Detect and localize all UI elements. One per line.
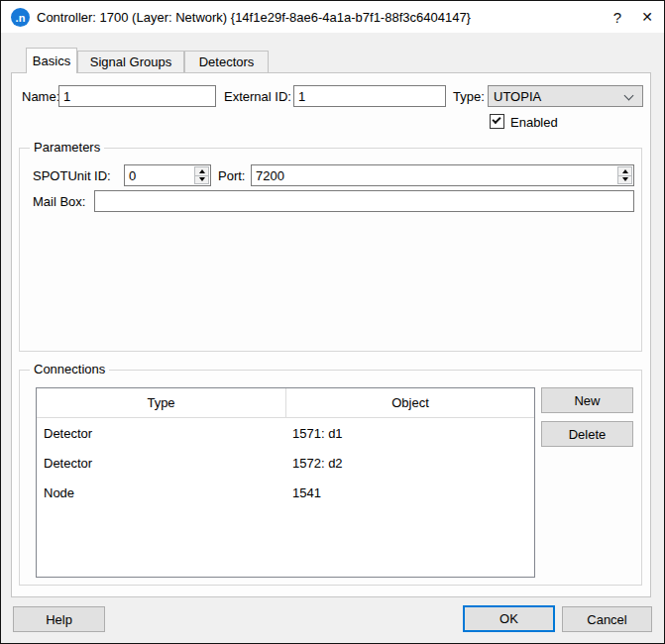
spinner-up-button[interactable]: [618, 167, 631, 175]
column-header-object[interactable]: Object: [286, 388, 534, 417]
table-row[interactable]: Detector 1572: d2: [37, 448, 534, 478]
spinner-down-button[interactable]: [618, 175, 631, 184]
aimsun-app-icon: .n: [11, 8, 30, 27]
enabled-checkbox[interactable]: [490, 114, 504, 129]
table-row[interactable]: Node 1541: [37, 478, 534, 507]
spinner: [617, 166, 632, 184]
connections-group: Connections Type Object Detector 1571: d…: [19, 370, 642, 586]
spinner-up-button[interactable]: [195, 167, 208, 175]
mail-box-input[interactable]: [94, 190, 634, 212]
external-id-label: External ID:: [224, 85, 291, 107]
tab-detectors[interactable]: Detectors: [184, 51, 269, 72]
window-title: Controller: 1700 (Layer: Network) {14f1e…: [37, 1, 471, 33]
cell-object: 1572: d2: [286, 456, 534, 471]
title-bar: .n Controller: 1700 (Layer: Network) {14…: [1, 1, 664, 33]
controller-dialog: .n Controller: 1700 (Layer: Network) {14…: [0, 0, 665, 644]
column-header-type[interactable]: Type: [37, 388, 286, 417]
type-label: Type:: [453, 85, 485, 107]
cell-object: 1541: [286, 485, 534, 500]
ok-button[interactable]: OK: [463, 605, 555, 632]
table-header: Type Object: [37, 388, 534, 418]
cell-type: Node: [37, 485, 286, 500]
basics-tab-pane: Name: External ID: Type: UTOPIA Enabled …: [11, 72, 651, 597]
connections-legend: Connections: [30, 362, 109, 376]
port-spinbox[interactable]: [251, 164, 634, 186]
arrow-down-icon: [199, 177, 205, 181]
spot-unit-id-label: SPOTUnit ID:: [33, 164, 111, 186]
chevron-down-icon: [624, 91, 634, 101]
enabled-label: Enabled: [510, 111, 558, 133]
connections-table: Type Object Detector 1571: d1 Detector 1…: [36, 387, 535, 578]
type-selected-value: UTOPIA: [494, 89, 541, 104]
table-row[interactable]: Detector 1571: d1: [37, 418, 534, 448]
parameters-legend: Parameters: [30, 140, 104, 155]
spinner: [194, 166, 209, 184]
close-icon[interactable]: ✕: [631, 1, 663, 33]
mail-box-label: Mail Box:: [33, 190, 85, 212]
type-dropdown[interactable]: UTOPIA: [488, 85, 643, 107]
tab-signal-groups[interactable]: Signal Groups: [77, 51, 184, 72]
spinner-down-button[interactable]: [195, 175, 208, 184]
cell-type: Detector: [37, 426, 286, 441]
cell-object: 1571: d1: [286, 426, 534, 441]
help-button[interactable]: Help: [13, 606, 105, 632]
arrow-down-icon: [622, 177, 628, 181]
cell-type: Detector: [37, 456, 286, 471]
external-id-input[interactable]: [293, 85, 446, 107]
arrow-up-icon: [622, 169, 628, 173]
check-icon: [492, 115, 500, 124]
cancel-button[interactable]: Cancel: [562, 606, 652, 632]
name-input[interactable]: [58, 85, 216, 107]
port-label: Port:: [218, 164, 245, 186]
name-label: Name:: [22, 85, 59, 107]
spot-unit-id-spinbox[interactable]: [124, 164, 211, 186]
titlebar-help-icon[interactable]: ?: [602, 1, 633, 33]
delete-button[interactable]: Delete: [541, 421, 633, 447]
parameters-group: Parameters SPOTUnit ID: Port: Mail Box:: [19, 148, 642, 352]
arrow-up-icon: [199, 169, 205, 173]
new-button[interactable]: New: [541, 387, 633, 413]
tab-basics[interactable]: Basics: [26, 48, 77, 73]
port-input[interactable]: [251, 164, 634, 186]
